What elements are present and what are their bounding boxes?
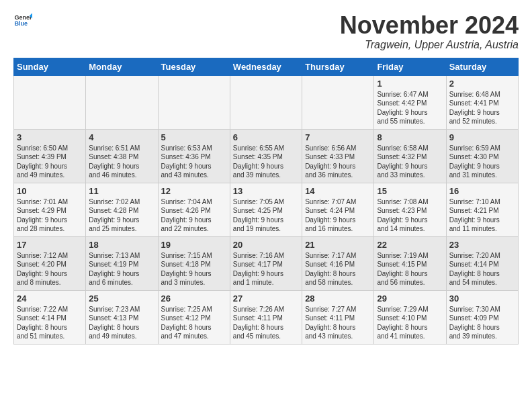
week-row-0: 1Sunrise: 6:47 AM Sunset: 4:42 PM Daylig… xyxy=(14,75,519,129)
calendar-cell: 10Sunrise: 7:01 AM Sunset: 4:29 PM Dayli… xyxy=(14,183,86,236)
calendar-cell: 9Sunrise: 6:59 AM Sunset: 4:30 PM Daylig… xyxy=(446,129,518,183)
calendar-cell: 1Sunrise: 6:47 AM Sunset: 4:42 PM Daylig… xyxy=(374,75,446,129)
page: General Blue November 2024 Tragwein, Upp… xyxy=(0,0,532,351)
day-info: Sunrise: 7:12 AM Sunset: 4:20 PM Dayligh… xyxy=(17,251,83,287)
day-number: 28 xyxy=(305,293,371,304)
day-number: 15 xyxy=(377,186,443,196)
day-number: 21 xyxy=(305,240,371,250)
day-info: Sunrise: 6:59 AM Sunset: 4:30 PM Dayligh… xyxy=(449,144,515,180)
logo-icon: General Blue xyxy=(13,12,32,31)
day-info: Sunrise: 7:20 AM Sunset: 4:14 PM Dayligh… xyxy=(449,251,515,287)
day-number: 9 xyxy=(449,132,515,142)
week-row-3: 17Sunrise: 7:12 AM Sunset: 4:20 PM Dayli… xyxy=(14,236,519,290)
day-number: 8 xyxy=(377,132,443,142)
day-number: 14 xyxy=(305,186,371,196)
day-info: Sunrise: 7:29 AM Sunset: 4:10 PM Dayligh… xyxy=(377,305,443,341)
calendar-cell: 18Sunrise: 7:13 AM Sunset: 4:19 PM Dayli… xyxy=(86,236,158,290)
day-info: Sunrise: 7:01 AM Sunset: 4:29 PM Dayligh… xyxy=(17,197,83,234)
calendar-cell xyxy=(14,75,86,129)
calendar-cell: 20Sunrise: 7:16 AM Sunset: 4:17 PM Dayli… xyxy=(230,236,302,290)
day-number: 24 xyxy=(17,293,83,304)
day-info: Sunrise: 6:50 AM Sunset: 4:39 PM Dayligh… xyxy=(17,144,83,180)
calendar-cell: 29Sunrise: 7:29 AM Sunset: 4:10 PM Dayli… xyxy=(374,290,446,344)
day-info: Sunrise: 6:48 AM Sunset: 4:41 PM Dayligh… xyxy=(449,90,515,126)
day-info: Sunrise: 7:23 AM Sunset: 4:13 PM Dayligh… xyxy=(89,305,154,341)
header-area: General Blue November 2024 Tragwein, Upp… xyxy=(13,12,519,51)
calendar-cell: 12Sunrise: 7:04 AM Sunset: 4:26 PM Dayli… xyxy=(158,183,230,236)
day-info: Sunrise: 6:47 AM Sunset: 4:42 PM Dayligh… xyxy=(377,90,443,126)
calendar-cell: 25Sunrise: 7:23 AM Sunset: 4:13 PM Dayli… xyxy=(86,290,158,344)
calendar-cell: 21Sunrise: 7:17 AM Sunset: 4:16 PM Dayli… xyxy=(302,236,374,290)
day-info: Sunrise: 6:53 AM Sunset: 4:36 PM Dayligh… xyxy=(161,144,227,180)
week-row-1: 3Sunrise: 6:50 AM Sunset: 4:39 PM Daylig… xyxy=(14,129,519,183)
calendar-cell: 6Sunrise: 6:55 AM Sunset: 4:35 PM Daylig… xyxy=(230,129,302,183)
day-number: 27 xyxy=(233,293,299,304)
day-info: Sunrise: 6:56 AM Sunset: 4:33 PM Dayligh… xyxy=(305,144,371,180)
calendar-cell: 27Sunrise: 7:26 AM Sunset: 4:11 PM Dayli… xyxy=(230,290,302,344)
day-number: 11 xyxy=(89,186,154,196)
calendar-cell: 19Sunrise: 7:15 AM Sunset: 4:18 PM Dayli… xyxy=(158,236,230,290)
month-title: November 2024 xyxy=(340,12,519,39)
day-number: 23 xyxy=(449,240,515,250)
calendar-cell xyxy=(302,75,374,129)
calendar-cell: 4Sunrise: 6:51 AM Sunset: 4:38 PM Daylig… xyxy=(86,129,158,183)
day-number: 26 xyxy=(161,293,227,304)
calendar-cell xyxy=(230,75,302,129)
day-info: Sunrise: 6:55 AM Sunset: 4:35 PM Dayligh… xyxy=(233,144,299,180)
day-number: 2 xyxy=(449,79,515,89)
day-info: Sunrise: 7:22 AM Sunset: 4:14 PM Dayligh… xyxy=(17,305,83,341)
day-info: Sunrise: 7:25 AM Sunset: 4:12 PM Dayligh… xyxy=(161,305,227,341)
day-number: 13 xyxy=(233,186,299,196)
day-number: 19 xyxy=(161,240,227,250)
day-number: 25 xyxy=(89,293,154,304)
day-number: 6 xyxy=(233,132,299,142)
day-info: Sunrise: 7:16 AM Sunset: 4:17 PM Dayligh… xyxy=(233,251,299,287)
day-number: 10 xyxy=(17,186,83,196)
week-row-4: 24Sunrise: 7:22 AM Sunset: 4:14 PM Dayli… xyxy=(14,290,519,344)
calendar-cell xyxy=(158,75,230,129)
th-sunday: Sunday xyxy=(14,58,86,75)
calendar-cell xyxy=(86,75,158,129)
calendar-cell: 14Sunrise: 7:07 AM Sunset: 4:24 PM Dayli… xyxy=(302,183,374,236)
day-info: Sunrise: 7:05 AM Sunset: 4:25 PM Dayligh… xyxy=(233,197,299,234)
calendar-cell: 26Sunrise: 7:25 AM Sunset: 4:12 PM Dayli… xyxy=(158,290,230,344)
day-number: 17 xyxy=(17,240,83,250)
day-info: Sunrise: 7:27 AM Sunset: 4:11 PM Dayligh… xyxy=(305,305,371,341)
day-number: 29 xyxy=(377,293,443,304)
day-info: Sunrise: 7:19 AM Sunset: 4:15 PM Dayligh… xyxy=(377,251,443,287)
day-info: Sunrise: 7:30 AM Sunset: 4:09 PM Dayligh… xyxy=(449,305,515,341)
calendar-table: Sunday Monday Tuesday Wednesday Thursday… xyxy=(13,58,519,345)
calendar-cell: 3Sunrise: 6:50 AM Sunset: 4:39 PM Daylig… xyxy=(14,129,86,183)
day-number: 3 xyxy=(17,132,83,142)
day-number: 22 xyxy=(377,240,443,250)
calendar-cell: 8Sunrise: 6:58 AM Sunset: 4:32 PM Daylig… xyxy=(374,129,446,183)
title-area: November 2024 Tragwein, Upper Austria, A… xyxy=(340,12,519,51)
th-monday: Monday xyxy=(86,58,158,75)
calendar-cell: 15Sunrise: 7:08 AM Sunset: 4:23 PM Dayli… xyxy=(374,183,446,236)
th-saturday: Saturday xyxy=(446,58,518,75)
day-info: Sunrise: 7:04 AM Sunset: 4:26 PM Dayligh… xyxy=(161,197,227,234)
calendar-cell: 24Sunrise: 7:22 AM Sunset: 4:14 PM Dayli… xyxy=(14,290,86,344)
th-wednesday: Wednesday xyxy=(230,58,302,75)
day-number: 18 xyxy=(89,240,154,250)
calendar-cell: 23Sunrise: 7:20 AM Sunset: 4:14 PM Dayli… xyxy=(446,236,518,290)
day-info: Sunrise: 7:02 AM Sunset: 4:28 PM Dayligh… xyxy=(89,197,154,234)
th-tuesday: Tuesday xyxy=(158,58,230,75)
week-row-2: 10Sunrise: 7:01 AM Sunset: 4:29 PM Dayli… xyxy=(14,183,519,236)
calendar-cell: 22Sunrise: 7:19 AM Sunset: 4:15 PM Dayli… xyxy=(374,236,446,290)
calendar-cell: 16Sunrise: 7:10 AM Sunset: 4:21 PM Dayli… xyxy=(446,183,518,236)
day-number: 7 xyxy=(305,132,371,142)
calendar-cell: 30Sunrise: 7:30 AM Sunset: 4:09 PM Dayli… xyxy=(446,290,518,344)
day-info: Sunrise: 7:17 AM Sunset: 4:16 PM Dayligh… xyxy=(305,251,371,287)
day-info: Sunrise: 7:07 AM Sunset: 4:24 PM Dayligh… xyxy=(305,197,371,234)
day-number: 5 xyxy=(161,132,227,142)
day-info: Sunrise: 7:26 AM Sunset: 4:11 PM Dayligh… xyxy=(233,305,299,341)
calendar-cell: 28Sunrise: 7:27 AM Sunset: 4:11 PM Dayli… xyxy=(302,290,374,344)
day-info: Sunrise: 7:10 AM Sunset: 4:21 PM Dayligh… xyxy=(449,197,515,234)
day-number: 30 xyxy=(449,293,515,304)
day-number: 4 xyxy=(89,132,154,142)
day-info: Sunrise: 7:08 AM Sunset: 4:23 PM Dayligh… xyxy=(377,197,443,234)
calendar-cell: 5Sunrise: 6:53 AM Sunset: 4:36 PM Daylig… xyxy=(158,129,230,183)
day-info: Sunrise: 7:15 AM Sunset: 4:18 PM Dayligh… xyxy=(161,251,227,287)
day-info: Sunrise: 7:13 AM Sunset: 4:19 PM Dayligh… xyxy=(89,251,154,287)
